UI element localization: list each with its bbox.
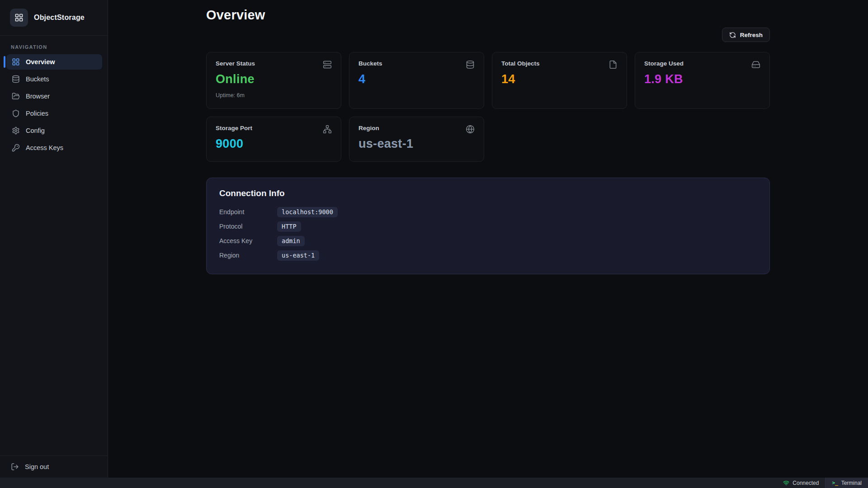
globe-icon [466,125,475,134]
sidebar-item-label: Policies [26,110,48,117]
card-value: 1.9 KB [644,72,760,86]
card-value: 4 [359,72,475,86]
grid-icon [12,58,20,66]
sidebar-item-buckets[interactable]: Buckets [6,71,102,87]
terminal-label: Terminal [841,480,862,486]
connection-row-endpoint: Endpoint localhost:9000 [219,206,757,218]
app-logo: ObjectStorage [0,0,108,36]
sidebar-item-config[interactable]: Config [6,123,102,138]
card-value: us-east-1 [359,137,475,151]
connection-row-label: Endpoint [219,208,277,216]
nav-section-label: NAVIGATION [11,44,97,50]
stat-cards-grid: Server Status Online Uptime: 6m Buckets [206,52,770,162]
connection-status: Connected [777,478,825,488]
card-storage-used: Storage Used 1.9 KB [635,52,770,109]
main-panel: Overview Refresh Server Status [108,0,868,478]
terminal-prompt-icon: >_ [832,480,838,486]
file-icon [609,60,618,69]
card-label: Total Objects [501,60,540,67]
app-title: ObjectStorage [34,14,85,22]
sidebar-item-label: Overview [26,58,55,66]
refresh-label: Refresh [740,32,763,38]
connection-row-access-key: Access Key admin [219,235,757,247]
connection-row-value: us-east-1 [277,250,319,261]
sidebar-item-label: Config [26,127,45,134]
key-icon [12,144,20,152]
toolbar: Refresh [206,28,770,42]
sidebar-item-label: Buckets [26,75,49,83]
card-label: Storage Used [644,60,684,67]
shield-icon [12,109,20,117]
sidebar-item-browser[interactable]: Browser [6,89,102,104]
network-icon [323,125,332,134]
connection-info-panel: Connection Info Endpoint localhost:9000 … [206,178,770,274]
connection-row-label: Region [219,252,277,259]
sidebar-item-access-keys[interactable]: Access Keys [6,140,102,155]
connection-status-label: Connected [793,480,819,486]
connection-row-label: Access Key [219,237,277,244]
terminal-button[interactable]: >_ Terminal [826,478,868,488]
card-label: Region [359,125,379,131]
sign-out-label: Sign out [25,463,49,470]
folder-icon [12,92,20,100]
sign-out-button[interactable]: Sign out [0,455,108,478]
page-title: Overview [206,8,770,23]
refresh-icon [729,32,736,38]
sidebar-nav: Overview Buckets Browser Policies [0,54,108,455]
database-icon [12,75,20,83]
sidebar-item-policies[interactable]: Policies [6,106,102,121]
card-value: 9000 [216,137,332,151]
card-storage-port: Storage Port 9000 [206,117,341,162]
sidebar: ObjectStorage NAVIGATION Overview Bucket… [0,0,108,478]
card-label: Server Status [216,60,255,67]
refresh-button[interactable]: Refresh [722,28,770,42]
server-icon [323,60,332,69]
grid-logo-icon [10,9,28,27]
card-value: 14 [501,72,618,86]
card-label: Buckets [359,60,382,67]
card-subtext: Uptime: 6m [216,92,332,99]
sidebar-item-label: Access Keys [26,144,63,151]
card-value: Online [216,72,332,86]
app-window: ObjectStorage NAVIGATION Overview Bucket… [0,0,868,478]
gear-icon [12,127,20,135]
status-bar: Connected >_ Terminal [0,478,868,488]
connection-row-value: HTTP [277,221,301,232]
harddrive-icon [751,60,760,69]
card-label: Storage Port [216,125,252,131]
database-icon [466,60,475,69]
connection-row-protocol: Protocol HTTP [219,221,757,232]
card-buckets: Buckets 4 [349,52,484,109]
card-total-objects: Total Objects 14 [492,52,627,109]
logout-icon [11,463,19,471]
card-server-status: Server Status Online Uptime: 6m [206,52,341,109]
connection-info-title: Connection Info [219,188,757,198]
wifi-icon [783,480,789,486]
connection-row-label: Protocol [219,223,277,230]
sidebar-item-label: Browser [26,93,50,100]
sidebar-item-overview[interactable]: Overview [6,54,102,70]
connection-row-value: admin [277,236,305,246]
card-region: Region us-east-1 [349,117,484,162]
connection-row-region: Region us-east-1 [219,249,757,261]
connection-row-value: localhost:9000 [277,207,338,217]
